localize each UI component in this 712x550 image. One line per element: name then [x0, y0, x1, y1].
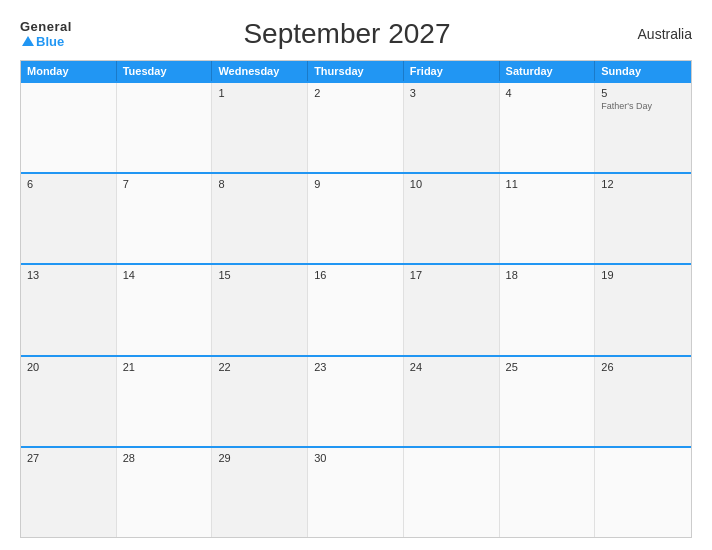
calendar-cell — [595, 448, 691, 537]
day-number: 24 — [410, 361, 493, 373]
logo: General Blue — [20, 19, 72, 49]
calendar-cell: 23 — [308, 357, 404, 446]
calendar-cell: 2 — [308, 83, 404, 172]
day-event: Father's Day — [601, 101, 685, 111]
col-friday: Friday — [404, 61, 500, 81]
day-number: 20 — [27, 361, 110, 373]
calendar-cell: 7 — [117, 174, 213, 263]
day-number: 9 — [314, 178, 397, 190]
col-sunday: Sunday — [595, 61, 691, 81]
calendar-cell: 16 — [308, 265, 404, 354]
calendar-cell: 24 — [404, 357, 500, 446]
col-wednesday: Wednesday — [212, 61, 308, 81]
day-number: 27 — [27, 452, 110, 464]
calendar-cell: 13 — [21, 265, 117, 354]
calendar-body: 12345Father's Day67891011121314151617181… — [21, 81, 691, 537]
calendar-week-2: 6789101112 — [21, 172, 691, 263]
calendar-cell: 29 — [212, 448, 308, 537]
day-number: 25 — [506, 361, 589, 373]
calendar-week-4: 20212223242526 — [21, 355, 691, 446]
day-number: 8 — [218, 178, 301, 190]
day-number: 30 — [314, 452, 397, 464]
day-number: 16 — [314, 269, 397, 281]
calendar-cell: 22 — [212, 357, 308, 446]
logo-general-text: General — [20, 19, 72, 34]
col-thursday: Thursday — [308, 61, 404, 81]
calendar-cell: 3 — [404, 83, 500, 172]
calendar-cell: 12 — [595, 174, 691, 263]
calendar-cell — [500, 448, 596, 537]
calendar-cell — [117, 83, 213, 172]
calendar-cell — [404, 448, 500, 537]
col-tuesday: Tuesday — [117, 61, 213, 81]
logo-triangle-icon — [22, 36, 34, 46]
day-number: 2 — [314, 87, 397, 99]
day-number: 15 — [218, 269, 301, 281]
calendar-page: General Blue September 2027 Australia Mo… — [0, 0, 712, 550]
day-number: 21 — [123, 361, 206, 373]
calendar-cell: 26 — [595, 357, 691, 446]
day-number: 10 — [410, 178, 493, 190]
calendar-cell: 27 — [21, 448, 117, 537]
day-number: 29 — [218, 452, 301, 464]
col-monday: Monday — [21, 61, 117, 81]
calendar-cell: 6 — [21, 174, 117, 263]
day-number: 26 — [601, 361, 685, 373]
day-number: 18 — [506, 269, 589, 281]
day-number: 19 — [601, 269, 685, 281]
day-number: 3 — [410, 87, 493, 99]
logo-blue-row: Blue — [20, 34, 64, 49]
day-number: 11 — [506, 178, 589, 190]
calendar-cell: 20 — [21, 357, 117, 446]
day-number: 7 — [123, 178, 206, 190]
calendar-cell: 15 — [212, 265, 308, 354]
calendar-cell: 14 — [117, 265, 213, 354]
calendar-week-1: 12345Father's Day — [21, 81, 691, 172]
day-number: 6 — [27, 178, 110, 190]
calendar-cell: 19 — [595, 265, 691, 354]
calendar-cell: 30 — [308, 448, 404, 537]
calendar-grid: Monday Tuesday Wednesday Thursday Friday… — [20, 60, 692, 538]
calendar-cell: 5Father's Day — [595, 83, 691, 172]
day-number: 22 — [218, 361, 301, 373]
calendar-cell: 4 — [500, 83, 596, 172]
day-number: 23 — [314, 361, 397, 373]
calendar-cell: 8 — [212, 174, 308, 263]
calendar-cell: 9 — [308, 174, 404, 263]
calendar-cell: 1 — [212, 83, 308, 172]
day-number: 12 — [601, 178, 685, 190]
day-number: 4 — [506, 87, 589, 99]
calendar-cell: 21 — [117, 357, 213, 446]
calendar-week-3: 13141516171819 — [21, 263, 691, 354]
logo-blue-text: Blue — [36, 34, 64, 49]
day-number: 14 — [123, 269, 206, 281]
country-label: Australia — [622, 26, 692, 42]
day-number: 28 — [123, 452, 206, 464]
calendar-cell: 25 — [500, 357, 596, 446]
calendar-cell: 10 — [404, 174, 500, 263]
calendar-cell: 11 — [500, 174, 596, 263]
calendar-cell: 18 — [500, 265, 596, 354]
day-number: 17 — [410, 269, 493, 281]
calendar-cell: 17 — [404, 265, 500, 354]
page-header: General Blue September 2027 Australia — [20, 18, 692, 50]
calendar-cell — [21, 83, 117, 172]
col-saturday: Saturday — [500, 61, 596, 81]
day-number: 1 — [218, 87, 301, 99]
day-number: 5 — [601, 87, 685, 99]
day-number: 13 — [27, 269, 110, 281]
calendar-cell: 28 — [117, 448, 213, 537]
calendar-week-5: 27282930 — [21, 446, 691, 537]
calendar-header-row: Monday Tuesday Wednesday Thursday Friday… — [21, 61, 691, 81]
calendar-title: September 2027 — [72, 18, 622, 50]
